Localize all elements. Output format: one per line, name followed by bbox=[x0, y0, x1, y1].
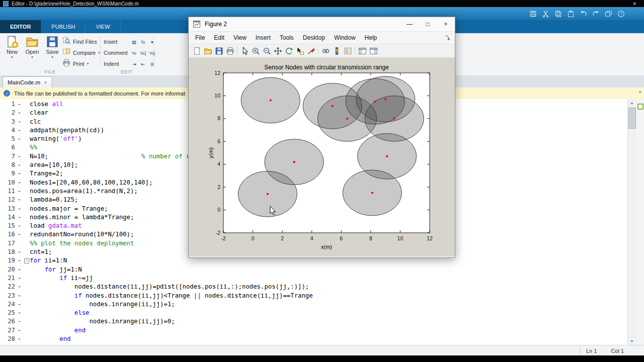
breakpoint-dash[interactable]: - bbox=[15, 326, 24, 335]
show-plot-tools-icon[interactable] bbox=[368, 46, 379, 56]
new-button[interactable]: New▾ bbox=[3, 35, 21, 59]
breakpoint-dash[interactable]: - bbox=[15, 335, 24, 343]
code-line[interactable]: 25- else bbox=[0, 309, 627, 317]
menu-window[interactable]: Window bbox=[330, 34, 360, 41]
undo-icon[interactable] bbox=[579, 10, 587, 18]
breakpoint-dash[interactable]: - bbox=[15, 213, 24, 222]
breakpoint-dash[interactable]: - bbox=[15, 222, 24, 230]
comment-block-icon[interactable]: %{ bbox=[139, 49, 147, 57]
breakpoint-dash[interactable]: - bbox=[15, 205, 24, 213]
info-bar-close-icon[interactable]: × bbox=[638, 89, 641, 95]
code-line[interactable]: 27- end bbox=[0, 326, 627, 335]
menu-tools[interactable]: Tools bbox=[275, 34, 298, 41]
breakpoint-dash[interactable]: - bbox=[15, 135, 24, 143]
code-line[interactable]: 20- for jj=1:N bbox=[0, 265, 627, 274]
cut-icon[interactable] bbox=[541, 10, 549, 18]
breakpoint-dash[interactable] bbox=[15, 239, 24, 248]
breakpoint-dash[interactable]: - bbox=[15, 230, 24, 239]
zoom-in-icon[interactable] bbox=[250, 46, 261, 56]
code-line[interactable]: 22- nodes.distance(ii,jj)=pdist([nodes.p… bbox=[0, 283, 627, 291]
copy-icon[interactable] bbox=[554, 10, 562, 18]
tab-publish[interactable]: PUBLISH bbox=[41, 20, 86, 33]
menu-view[interactable]: View bbox=[229, 34, 251, 41]
code-line[interactable]: 26- nodes.inrange(ii,jj)=0; bbox=[0, 317, 627, 326]
figure-titlebar[interactable]: Figure 2 — □ × bbox=[189, 17, 455, 32]
brush-icon[interactable] bbox=[305, 46, 316, 56]
link-plot-icon[interactable] bbox=[320, 46, 331, 56]
save-button[interactable]: Save▾ bbox=[43, 35, 61, 59]
menu-edit[interactable]: Edit bbox=[209, 34, 229, 41]
compare-button[interactable]: Compare▾ bbox=[62, 47, 100, 58]
breakpoint-dash[interactable]: - bbox=[15, 300, 24, 309]
breakpoint-dash[interactable]: - bbox=[15, 161, 24, 169]
breakpoint-dash[interactable]: - bbox=[15, 256, 24, 265]
breakpoint-dash[interactable]: - bbox=[15, 265, 24, 274]
paste-icon[interactable] bbox=[567, 10, 575, 18]
menu-desktop[interactable]: Desktop bbox=[298, 34, 330, 41]
open-button[interactable]: Open▾ bbox=[23, 35, 41, 59]
open-folder-icon[interactable] bbox=[202, 46, 213, 56]
scrollbar-down-arrow-icon[interactable]: ▼ bbox=[628, 337, 636, 345]
switch-window-icon[interactable] bbox=[604, 10, 612, 18]
comment-icon[interactable]: % bbox=[130, 49, 138, 57]
uncomment-icon[interactable]: %} bbox=[148, 49, 156, 57]
pointer-icon[interactable] bbox=[239, 46, 250, 56]
breakpoint-dash[interactable]: - bbox=[15, 248, 24, 256]
zoom-out-icon[interactable] bbox=[261, 46, 272, 56]
save-icon[interactable] bbox=[213, 46, 224, 56]
scrollbar-up-arrow-icon[interactable]: ▲ bbox=[628, 99, 636, 107]
document-tab-maincode[interactable]: MainCode.m × bbox=[3, 76, 52, 87]
breakpoint-dash[interactable]: - bbox=[15, 118, 24, 126]
save-icon[interactable] bbox=[529, 10, 537, 18]
smart-indent-icon[interactable]: ≣ bbox=[148, 60, 156, 68]
help-icon[interactable]: ? bbox=[617, 10, 625, 18]
insert-legend-icon[interactable] bbox=[342, 46, 353, 56]
find-files-button[interactable]: Find Files bbox=[62, 36, 100, 47]
breakpoint-dash[interactable]: - bbox=[15, 126, 24, 135]
breakpoint-dash[interactable]: - bbox=[15, 187, 24, 196]
breakpoint-dash[interactable]: - bbox=[15, 196, 24, 204]
figure-maximize-button[interactable]: □ bbox=[419, 17, 437, 31]
breakpoint-dash[interactable]: - bbox=[15, 283, 24, 291]
insert-section-icon[interactable]: ▤ bbox=[130, 38, 138, 46]
scrollbar-thumb[interactable] bbox=[628, 108, 636, 129]
new-doc-icon[interactable] bbox=[191, 46, 202, 56]
code-line[interactable]: 21- if ii~=jj bbox=[0, 274, 627, 283]
redo-icon[interactable] bbox=[592, 10, 600, 18]
code-fold-icon[interactable]: − bbox=[24, 258, 29, 263]
breakpoint-dash[interactable]: - bbox=[15, 178, 24, 187]
breakpoint-dash[interactable]: - bbox=[15, 169, 24, 178]
indent-left-icon[interactable]: ⇤ bbox=[139, 60, 147, 68]
window-close-button[interactable]: × bbox=[633, 1, 636, 7]
insert-function-icon[interactable]: fx bbox=[139, 38, 147, 46]
document-tab-close-icon[interactable]: × bbox=[44, 79, 47, 85]
breakpoint-dash[interactable]: - bbox=[15, 309, 24, 317]
rotate-3d-icon[interactable] bbox=[283, 46, 294, 56]
figure-minimize-button[interactable]: — bbox=[400, 17, 419, 31]
pan-icon[interactable] bbox=[272, 46, 283, 56]
code-line[interactable]: 28- end bbox=[0, 335, 627, 343]
breakpoint-dash[interactable]: - bbox=[15, 274, 24, 283]
menu-file[interactable]: File bbox=[191, 34, 209, 41]
breakpoint-dash[interactable]: - bbox=[15, 109, 24, 117]
code-analyzer-indicator[interactable] bbox=[637, 104, 643, 110]
code-line[interactable]: 23- if nodes.distance(ii,jj)<Trange || n… bbox=[0, 292, 627, 300]
tab-editor[interactable]: EDITOR bbox=[0, 20, 41, 33]
tab-view[interactable]: VIEW bbox=[86, 20, 120, 33]
breakpoint-dash[interactable]: - bbox=[15, 152, 24, 161]
dock-figure-icon[interactable] bbox=[444, 35, 451, 41]
print-button[interactable]: Print▾ bbox=[62, 58, 100, 69]
editor-vertical-scrollbar[interactable]: ▲ ▼ bbox=[627, 99, 636, 345]
print-icon[interactable] bbox=[224, 46, 235, 56]
menu-insert[interactable]: Insert bbox=[251, 34, 275, 41]
breakpoint-dash[interactable]: - bbox=[15, 317, 24, 326]
breakpoint-dash[interactable]: - bbox=[15, 292, 24, 300]
breakpoint-dash[interactable]: - bbox=[15, 100, 24, 109]
breakpoint-dash[interactable] bbox=[15, 143, 24, 152]
menu-help[interactable]: Help bbox=[360, 34, 382, 41]
code-line[interactable]: 24- nodes.inrange(ii,jj)=1; bbox=[0, 300, 627, 309]
insert-caret-icon[interactable]: ▾ bbox=[148, 38, 156, 46]
data-cursor-icon[interactable] bbox=[294, 46, 305, 56]
insert-colorbar-icon[interactable] bbox=[331, 46, 342, 56]
figure-close-button[interactable]: × bbox=[437, 17, 455, 31]
